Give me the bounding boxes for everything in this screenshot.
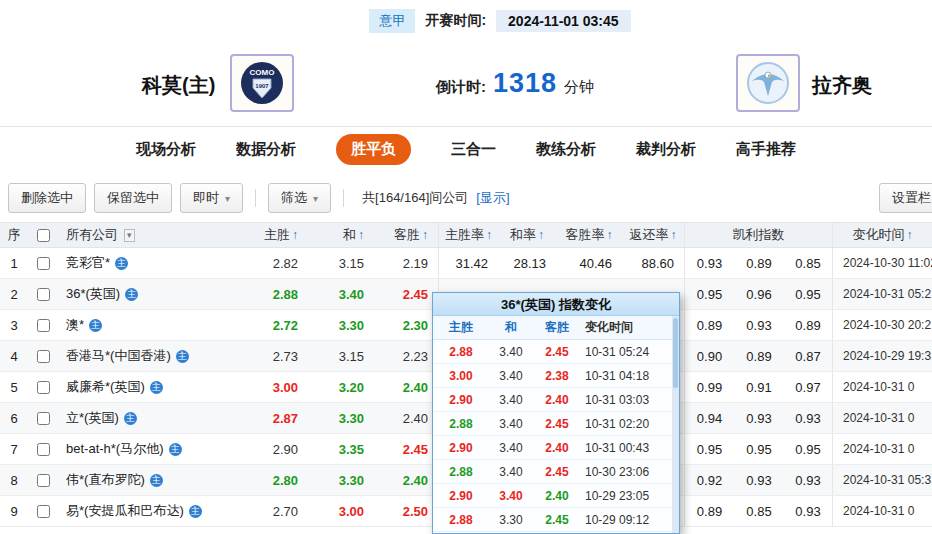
tab-5[interactable]: 裁判分析 [636, 140, 696, 159]
odds-home: 2.90 [433, 393, 489, 407]
odds-away[interactable]: 2.45 [374, 434, 438, 464]
popup-scrollbar[interactable] [672, 316, 679, 533]
company-name[interactable]: 36*(英国) [66, 285, 120, 303]
tab-6[interactable]: 高手推荐 [736, 140, 796, 159]
delete-selected-button[interactable]: 删除选中 [8, 183, 86, 213]
tab-4[interactable]: 教练分析 [536, 140, 596, 159]
instant-dropdown[interactable]: 即时▾ [180, 183, 243, 213]
filter-dropdown[interactable]: 筛选▾ [268, 183, 331, 213]
header-draw-rate[interactable]: 和率↑ [498, 223, 556, 247]
header-away-rate[interactable]: 客胜率↑ [556, 223, 622, 247]
show-link[interactable]: [显示] [476, 189, 509, 207]
row-checkbox[interactable] [37, 319, 50, 332]
row-checkbox[interactable] [37, 257, 50, 270]
odds-home[interactable]: 2.72 [230, 310, 308, 340]
sort-asc-icon[interactable]: ↑ [358, 228, 364, 242]
change-time: 2024-10-31 0 [832, 372, 932, 402]
row-checkbox[interactable] [37, 350, 50, 363]
sort-asc-icon[interactable]: ↑ [907, 228, 913, 242]
odds-home: 2.88 [433, 465, 489, 479]
row-checkbox[interactable] [37, 412, 50, 425]
odds-home[interactable]: 2.73 [230, 341, 308, 371]
tab-1[interactable]: 数据分析 [236, 140, 296, 159]
odds-away[interactable]: 2.23 [374, 341, 438, 371]
tab-2[interactable]: 胜平负 [336, 134, 411, 165]
odds-draw[interactable]: 3.30 [308, 310, 374, 340]
odds-draw[interactable]: 3.15 [308, 341, 374, 371]
sort-asc-icon[interactable]: ↑ [607, 228, 613, 242]
table-row[interactable]: 1竞彩官*主2.823.152.1931.4228.1340.4688.600.… [0, 248, 932, 279]
odds-draw[interactable]: 3.30 [308, 403, 374, 433]
odds-home[interactable]: 3.00 [230, 372, 308, 402]
header-change-time[interactable]: 变化时间↑ [832, 223, 932, 247]
company-name[interactable]: bet-at-h*(马尔他) [66, 440, 164, 458]
chevron-down-icon: ▾ [313, 193, 318, 204]
company-name[interactable]: 澳* [66, 316, 84, 334]
settings-button[interactable]: 设置栏 [879, 183, 932, 213]
popup-row: 2.903.402.4010-29 23:05 [433, 484, 679, 508]
sort-asc-icon[interactable]: ↑ [422, 228, 428, 242]
company-name[interactable]: 竞彩官* [66, 254, 110, 272]
sort-asc-icon[interactable]: ↑ [292, 228, 298, 242]
company-name[interactable]: 威廉希*(英国) [66, 378, 145, 396]
odds-away[interactable]: 2.40 [374, 465, 438, 495]
odds-home[interactable]: 2.80 [230, 465, 308, 495]
row-checkbox-cell [28, 248, 58, 278]
odds-away[interactable]: 2.40 [374, 403, 438, 433]
odds-home[interactable]: 2.88 [230, 279, 308, 309]
odds-draw[interactable]: 3.20 [308, 372, 374, 402]
odds-away: 2.40 [533, 393, 581, 407]
sort-asc-icon[interactable]: ↑ [671, 228, 677, 242]
row-checkbox[interactable] [37, 474, 50, 487]
row-checkbox[interactable] [37, 505, 50, 518]
header-home-rate[interactable]: 主胜率↑ [438, 223, 498, 247]
company-name[interactable]: 香港马*(中国香港) [66, 347, 171, 365]
odds-draw[interactable]: 3.15 [308, 248, 374, 278]
odds-home[interactable]: 2.90 [230, 434, 308, 464]
odds-home[interactable]: 2.87 [230, 403, 308, 433]
row-checkbox[interactable] [37, 288, 50, 301]
select-all-checkbox[interactable] [37, 229, 50, 242]
odds-draw[interactable]: 3.40 [308, 279, 374, 309]
header-draw-odds[interactable]: 和↑ [308, 223, 374, 247]
keep-selected-button[interactable]: 保留选中 [94, 183, 172, 213]
odds-away[interactable]: 2.40 [374, 372, 438, 402]
row-checkbox-cell [28, 465, 58, 495]
row-checkbox[interactable] [37, 443, 50, 456]
sort-asc-icon[interactable]: ↑ [486, 228, 492, 242]
popup-row: 2.883.402.4510-31 05:24 [433, 340, 679, 364]
tab-0[interactable]: 现场分析 [136, 140, 196, 159]
odds-away[interactable]: 2.50 [374, 496, 438, 526]
popup-scrollbar-thumb[interactable] [673, 318, 678, 388]
company-name[interactable]: 易*(安提瓜和巴布达) [66, 502, 184, 520]
kelly-cell: 0.95 [684, 434, 734, 464]
odds-draw[interactable]: 3.30 [308, 465, 374, 495]
odds-home[interactable]: 2.82 [230, 248, 308, 278]
company-name[interactable]: 伟*(直布罗陀) [66, 471, 145, 489]
odds-away[interactable]: 2.45 [374, 279, 438, 309]
tab-3[interactable]: 三合一 [451, 140, 496, 159]
odds-away[interactable]: 2.30 [374, 310, 438, 340]
odds-draw[interactable]: 3.00 [308, 496, 374, 526]
odds-draw[interactable]: 3.35 [308, 434, 374, 464]
odds-away[interactable]: 2.19 [374, 248, 438, 278]
change-time: 2024-10-31 0 [832, 403, 932, 433]
company-name[interactable]: 立*(英国) [66, 409, 119, 427]
odds-home[interactable]: 2.70 [230, 496, 308, 526]
row-index: 7 [0, 434, 28, 464]
header-away-odds[interactable]: 客胜↑ [374, 223, 438, 247]
popup-change-time: 10-29 09:12 [581, 513, 672, 527]
header-company[interactable]: 所有公司▾ [58, 223, 230, 247]
kelly-cell: 0.89 [684, 496, 734, 526]
odds-home: 3.00 [433, 369, 489, 383]
start-time-label: 开赛时间: [425, 12, 486, 30]
company-tag-icon: 主 [150, 381, 163, 394]
popup-change-time: 10-30 23:06 [581, 465, 672, 479]
header-home-odds[interactable]: 主胜↑ [230, 223, 308, 247]
sort-asc-icon[interactable]: ↑ [538, 228, 544, 242]
change-time: 2024-10-31 0 [832, 434, 932, 464]
header-return-rate[interactable]: 返还率↑ [622, 223, 684, 247]
odds-draw: 3.30 [489, 513, 533, 527]
company-filter-caret-icon[interactable]: ▾ [124, 229, 135, 242]
row-checkbox[interactable] [37, 381, 50, 394]
